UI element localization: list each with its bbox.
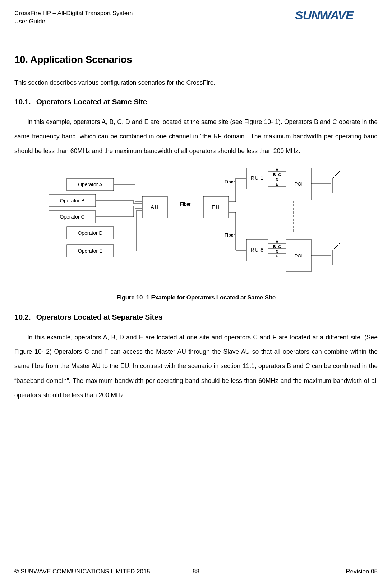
operator-e-label: Operator E [78,248,102,254]
ru1-label: RU 1 [251,175,264,181]
fiber-label-ru1: Fiber [224,179,235,184]
subsection-10-1-para: In this example, operators A, B, C, D an… [14,115,378,158]
operator-links [96,184,142,251]
poi8-block: POI [286,239,311,272]
ru8-label: RU 8 [251,247,264,253]
operator-c-label: Operator C [60,214,84,220]
content: 10. Application Scenarios This section d… [14,54,378,412]
fiber-label-ru8: Fiber [224,233,235,238]
operator-b: Operator B [49,194,96,207]
eu-label: EU [212,204,220,210]
header-left: CrossFire HP – All-Digital Transport Sys… [14,9,133,26]
section-title: 10. Application Scenarios [14,54,378,65]
fiber-label-main: Fiber [180,202,191,207]
subsection-10-2-para: In this example, operators A, B, D and E… [14,330,378,402]
ru1-block: RU 1 [246,168,268,189]
operator-a: Operator A [67,178,114,191]
section-number: 10. [14,54,28,65]
port-e-8: E [276,254,278,258]
figure-10-1: Operator A Operator B Operator C Operato… [14,168,378,288]
footer: © SUNWAVE COMMUNICATIONS LIMITED 2015 88… [14,568,378,575]
footer-rule [14,564,378,564]
subsection-10-1-number: 10.1. [14,97,31,106]
subsection-10-1: 10.1. Operators Located at Same Site [14,97,378,106]
operator-d-label: Operator D [78,230,102,236]
port-d-8: D [276,249,278,254]
ru8-block: RU 8 [246,239,268,261]
poi1-label: POI [294,181,302,187]
port-d-1: D [276,178,278,182]
sunwave-logo-icon: SUNWAVE [295,7,388,24]
logo-text: SUNWAVE [295,8,354,22]
port-bc-8: B+C [273,244,281,249]
subsection-10-2-title: Operators Located at Separate Sites [36,313,162,321]
poi1-block: POI [286,168,311,200]
operator-b-label: Operator B [60,198,84,203]
antenna-8-icon [326,243,340,265]
antenna-1-icon [326,171,340,193]
header-title-line1: CrossFire HP – All-Digital Transport Sys… [14,10,133,17]
operator-e: Operator E [67,245,114,257]
eu-fanout [229,178,246,250]
subsection-10-2-number: 10.2. [14,313,31,321]
header-rule [14,28,378,28]
port-a-1: A [276,168,278,172]
logo: SUNWAVE [295,7,388,25]
diagram-svg: Operator A Operator B Operator C Operato… [34,168,358,286]
page: CrossFire HP – All-Digital Transport Sys… [0,0,392,586]
section-title-text: Application Scenarios [30,54,132,65]
eu-block: EU [203,196,229,218]
au-label: AU [151,204,159,210]
port-a-8: A [276,239,278,244]
footer-page-number: 88 [14,568,378,575]
subsection-10-2: 10.2. Operators Located at Separate Site… [14,313,378,321]
figure-caption: Figure 10- 1 Example for Operators Locat… [14,294,378,301]
poi8-label: POI [294,253,302,258]
section-intro: This section describes various configura… [14,79,378,87]
operator-a-label: Operator A [78,182,102,187]
operator-d: Operator D [67,227,114,239]
au-block: AU [142,196,167,218]
header-title-line2: User Guide [14,18,45,25]
port-bc-1: B+C [273,173,281,177]
operator-c: Operator C [49,211,96,223]
port-e-1: E [276,182,278,186]
subsection-10-1-title: Operators Located at Same Site [36,97,147,106]
